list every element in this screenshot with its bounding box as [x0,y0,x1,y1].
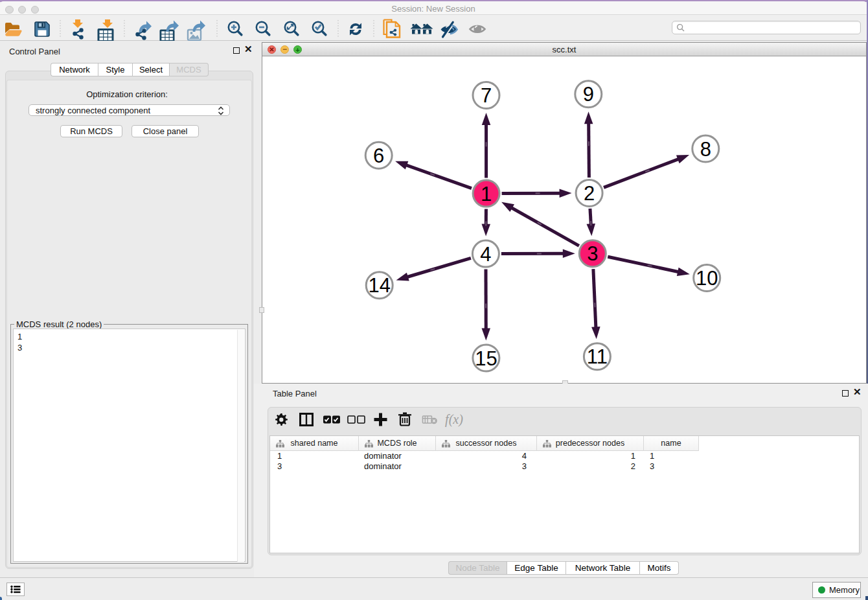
svg-text:11: 11 [587,345,608,368]
svg-text:8: 8 [700,138,711,161]
svg-text:15: 15 [475,347,497,370]
svg-text:14: 14 [368,274,390,297]
svg-text:6: 6 [373,144,384,167]
svg-text:1: 1 [481,183,492,205]
svg-text:4: 4 [480,243,491,266]
svg-text:9: 9 [583,83,594,106]
svg-text:f(x): f(x) [445,412,463,427]
svg-text:7: 7 [481,84,492,107]
svg-text:10: 10 [696,267,718,290]
svg-text:3: 3 [587,242,598,265]
svg-text:2: 2 [584,182,595,205]
